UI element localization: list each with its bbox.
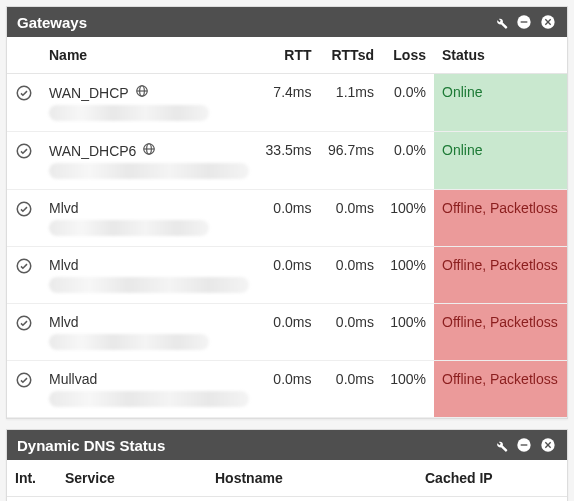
ddns-widget: Dynamic DNS Status Int. Service Hostname… <box>6 429 568 501</box>
cell-rtt: 7.4ms <box>257 74 319 132</box>
cell-loss: 0.0% <box>382 74 434 132</box>
gateway-name: Mlvd <box>49 257 79 273</box>
globe-icon <box>135 84 149 101</box>
svg-rect-1 <box>521 21 528 22</box>
table-row: Mlvd0.0ms0.0ms100%Offline, Packetloss <box>7 190 567 247</box>
svg-point-12 <box>17 373 31 387</box>
redacted-detail <box>49 220 209 236</box>
ddns-table: Int. Service Hostname Cached IP All Dyn … <box>7 460 567 501</box>
globe-icon <box>142 142 156 159</box>
gateway-name: WAN_DHCP6 <box>49 143 136 159</box>
cell-rtt: 33.5ms <box>257 132 319 190</box>
cell-rtt: 0.0ms <box>257 361 319 418</box>
cell-loss: 100% <box>382 304 434 361</box>
ddns-controls <box>491 436 557 454</box>
svg-point-6 <box>17 144 31 158</box>
gateway-name: WAN_DHCP <box>49 85 129 101</box>
gateway-name: Mullvad <box>49 371 97 387</box>
gateways-title: Gateways <box>17 14 87 31</box>
table-row: Mlvd0.0ms0.0ms100%Offline, Packetloss <box>7 247 567 304</box>
cell-loss: 100% <box>382 361 434 418</box>
table-row: WAN_DHCP6 33.5ms96.7ms0.0%Online <box>7 132 567 190</box>
cell-rtt: 0.0ms <box>257 247 319 304</box>
redacted-detail <box>49 277 249 293</box>
cell-rttsd: 0.0ms <box>319 247 381 304</box>
gateways-table: Name RTT RTTsd Loss Status WAN_DHCP 7.4m… <box>7 37 567 418</box>
cell-loss: 100% <box>382 190 434 247</box>
wrench-icon[interactable] <box>491 436 509 454</box>
cell-loss: 100% <box>382 247 434 304</box>
cell-rttsd: 0.0ms <box>319 361 381 418</box>
ddns-title: Dynamic DNS Status <box>17 437 165 454</box>
check-icon <box>15 89 33 105</box>
col-loss: Loss <box>382 37 434 74</box>
col-cachedip: Cached IP <box>417 460 567 497</box>
check-icon <box>15 205 33 221</box>
cell-rttsd: 96.7ms <box>319 132 381 190</box>
gateway-name: Mlvd <box>49 314 79 330</box>
redacted-detail <box>49 163 249 179</box>
ddns-message: All Dyn DNS entries are hidden. <box>7 497 567 502</box>
col-hostname: Hostname <box>207 460 417 497</box>
status-badge: Online <box>434 74 567 132</box>
cell-rttsd: 1.1ms <box>319 74 381 132</box>
redacted-detail <box>49 391 249 407</box>
redacted-detail <box>49 105 209 121</box>
table-row: Mlvd0.0ms0.0ms100%Offline, Packetloss <box>7 304 567 361</box>
col-rtt: RTT <box>257 37 319 74</box>
svg-rect-14 <box>521 444 528 445</box>
check-icon <box>15 376 33 392</box>
ddns-header: Dynamic DNS Status <box>7 430 567 460</box>
minimize-icon[interactable] <box>515 436 533 454</box>
check-icon <box>15 319 33 335</box>
check-icon <box>15 147 33 163</box>
cell-rtt: 0.0ms <box>257 190 319 247</box>
gateways-controls <box>491 13 557 31</box>
col-rttsd: RTTsd <box>319 37 381 74</box>
gateways-header: Gateways <box>7 7 567 37</box>
cell-rttsd: 0.0ms <box>319 304 381 361</box>
col-int: Int. <box>7 460 57 497</box>
svg-point-3 <box>17 86 31 100</box>
status-badge: Offline, Packetloss <box>434 304 567 361</box>
status-badge: Offline, Packetloss <box>434 190 567 247</box>
col-check <box>7 37 41 74</box>
table-row: WAN_DHCP 7.4ms1.1ms0.0%Online <box>7 74 567 132</box>
table-row: Mullvad0.0ms0.0ms100%Offline, Packetloss <box>7 361 567 418</box>
col-name: Name <box>41 37 257 74</box>
cell-loss: 0.0% <box>382 132 434 190</box>
redacted-detail <box>49 334 209 350</box>
minimize-icon[interactable] <box>515 13 533 31</box>
status-badge: Online <box>434 132 567 190</box>
status-badge: Offline, Packetloss <box>434 247 567 304</box>
gateways-widget: Gateways Name RTT RTTsd Loss Status WA <box>6 6 568 419</box>
svg-point-11 <box>17 316 31 330</box>
cell-rttsd: 0.0ms <box>319 190 381 247</box>
col-service: Service <box>57 460 207 497</box>
cell-rtt: 0.0ms <box>257 304 319 361</box>
check-icon <box>15 262 33 278</box>
col-status: Status <box>434 37 567 74</box>
wrench-icon[interactable] <box>491 13 509 31</box>
svg-point-9 <box>17 202 31 216</box>
close-icon[interactable] <box>539 13 557 31</box>
svg-point-10 <box>17 259 31 273</box>
status-badge: Offline, Packetloss <box>434 361 567 418</box>
gateway-name: Mlvd <box>49 200 79 216</box>
close-icon[interactable] <box>539 436 557 454</box>
